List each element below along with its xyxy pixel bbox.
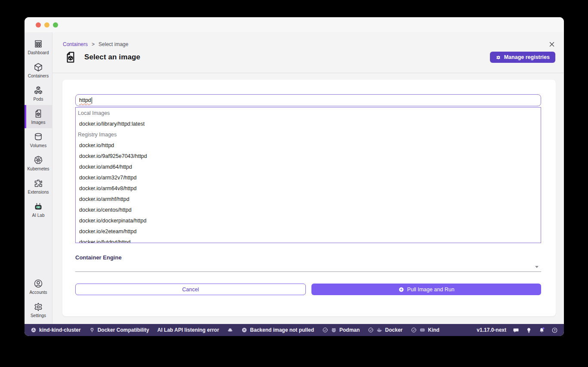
image-suggestion-item[interactable]: docker.io/library/httpd:latest	[76, 118, 541, 129]
sidebar: DashboardContainersPodsImagesVolumesKube…	[25, 32, 52, 324]
status-item-docker-compatibility[interactable]: Docker Compatibility	[89, 327, 149, 333]
sidebar-item-label: Pods	[34, 97, 43, 102]
app-window: DashboardContainersPodsImagesVolumesKube…	[25, 17, 564, 336]
breadcrumb-containers[interactable]: Containers	[63, 41, 88, 47]
text-cursor	[92, 97, 92, 104]
status-item-ai-lab-api-listening-error[interactable]: AI Lab API listening error	[157, 327, 219, 333]
list-group-header: Local Images	[76, 108, 541, 118]
sidebar-item-label: Settings	[31, 313, 46, 318]
select-image-dialog: httpd Local Imagesdocker.io/library/http…	[62, 80, 556, 316]
accounts-icon	[33, 278, 43, 289]
image-suggestion-item[interactable]: docker.io/9af925e7043/httpd	[76, 151, 541, 161]
sidebar-item-containers[interactable]: Containers	[25, 59, 52, 82]
sidebar-item-label: Dashboard	[28, 50, 49, 55]
status-item-docker[interactable]: Docker	[368, 327, 403, 333]
status-item-label: Backend image not pulled	[250, 327, 314, 333]
status-item-label: Docker Compatibility	[98, 327, 149, 333]
sidebar-item-label: AI Lab	[32, 213, 45, 218]
titlebar	[25, 17, 564, 32]
sidebar-item-label: Images	[31, 120, 46, 125]
image-suggestion-list: Local Imagesdocker.io/library/httpd:late…	[75, 107, 541, 243]
sidebar-spacer	[25, 221, 52, 275]
status-item-backend-image-not-pulled[interactable]: Backend image not pulled	[241, 327, 314, 333]
sidebar-item-label: Extensions	[28, 190, 49, 194]
feedback-bubble-icon[interactable]	[513, 327, 519, 333]
title-row: Select an image Manage registries	[63, 50, 555, 64]
ai-lab-icon	[33, 201, 43, 212]
svg-text:?: ?	[554, 329, 555, 332]
image-file-icon	[64, 50, 77, 64]
kubernetes-icon	[33, 155, 43, 165]
dialog-actions: Cancel Pull Image and Run	[75, 284, 541, 295]
lightbulb-icon[interactable]	[526, 327, 532, 333]
error-circle-icon	[241, 327, 247, 333]
status-item-label: kind-kind-cluster	[39, 327, 81, 333]
image-suggestion-item[interactable]: docker.io/dockerpinata/httpd	[76, 215, 541, 226]
cancel-button[interactable]: Cancel	[75, 284, 306, 295]
bell-icon[interactable]	[539, 327, 545, 333]
docker-whale-icon	[376, 327, 382, 333]
sidebar-item-volumes[interactable]: Volumes	[25, 128, 52, 151]
check-circle-icon	[368, 327, 374, 333]
content-area: Containers > Select image Select an ima	[52, 32, 564, 324]
image-suggestion-item[interactable]: docker.io/amd64/httpd	[76, 161, 541, 172]
fedora-hat-icon	[227, 327, 233, 333]
status-item-podman[interactable]: Podman	[322, 327, 360, 333]
status-item-label: Docker	[385, 327, 403, 333]
manage-registries-label: Manage registries	[504, 54, 550, 60]
sidebar-item-images[interactable]: Images	[25, 105, 52, 128]
download-circle-icon	[398, 287, 404, 293]
sidebar-item-extensions[interactable]: Extensions	[25, 175, 52, 198]
breadcrumb-separator: >	[92, 41, 95, 47]
status-item-kind-kind-cluster[interactable]: kind-kind-cluster	[31, 327, 81, 333]
chevron-down-icon	[535, 266, 539, 268]
sidebar-item-label: Containers	[28, 74, 49, 78]
pods-icon	[33, 85, 43, 96]
sidebar-item-kubernetes[interactable]: Kubernetes	[25, 151, 52, 175]
gear-icon	[496, 55, 501, 60]
status-item-kind[interactable]: Kind	[411, 327, 440, 333]
help-circle-icon[interactable]: ?	[551, 327, 558, 333]
image-search-input[interactable]: httpd	[75, 94, 541, 106]
sidebar-item-dashboard[interactable]: Dashboard	[25, 35, 52, 59]
breadcrumb: Containers > Select image	[63, 41, 555, 48]
sidebar-item-settings[interactable]: Settings	[25, 298, 52, 321]
list-group-header: Registry Images	[76, 129, 541, 140]
image-suggestion-item[interactable]: docker.io/futdrvt/httpd	[76, 237, 541, 243]
image-suggestion-item[interactable]: docker.io/httpd	[76, 140, 541, 151]
podman-seal-icon	[331, 327, 337, 333]
image-suggestion-item[interactable]: docker.io/arm32v7/httpd	[76, 172, 541, 183]
close-icon[interactable]	[548, 41, 555, 48]
plug-icon	[89, 327, 95, 333]
page-body: httpd Local Imagesdocker.io/library/http…	[52, 73, 564, 324]
status-item-fedora-hat-icon[interactable]	[227, 327, 233, 333]
settings-icon	[33, 302, 43, 312]
image-suggestion-item[interactable]: docker.io/armhf/httpd	[76, 194, 541, 204]
volumes-icon	[33, 132, 43, 142]
page-header: Containers > Select image Select an ima	[52, 32, 564, 73]
status-item-label: Kind	[428, 327, 440, 333]
statusbar-right: v1.17.0-next ?	[477, 327, 558, 333]
window-minimize-button[interactable]	[44, 22, 49, 28]
cluster-wheel-icon	[31, 327, 37, 333]
version-label: v1.17.0-next	[477, 327, 506, 333]
pull-image-run-button[interactable]: Pull Image and Run	[311, 284, 541, 295]
page-title: Select an image	[84, 53, 140, 62]
check-circle-icon	[411, 327, 417, 333]
window-close-button[interactable]	[36, 22, 41, 28]
sidebar-item-ai-lab[interactable]: AI Lab	[25, 198, 52, 221]
sidebar-item-pods[interactable]: Pods	[25, 82, 52, 105]
image-suggestion-item[interactable]: docker.io/e2eteam/httpd	[76, 226, 541, 237]
container-engine-label: Container Engine	[75, 254, 541, 261]
images-icon	[33, 108, 43, 119]
sidebar-item-label: Kubernetes	[27, 167, 49, 171]
image-suggestion-item[interactable]: docker.io/centos/httpd	[76, 204, 541, 215]
check-circle-icon	[322, 327, 328, 333]
sidebar-item-accounts[interactable]: Accounts	[25, 275, 52, 298]
container-engine-select[interactable]	[75, 262, 541, 272]
window-zoom-button[interactable]	[53, 22, 58, 28]
image-suggestion-item[interactable]: docker.io/arm64v8/httpd	[76, 183, 541, 194]
breadcrumb-current: Select image	[99, 41, 128, 47]
sidebar-item-label: Volumes	[30, 143, 46, 148]
manage-registries-button[interactable]: Manage registries	[490, 52, 555, 63]
